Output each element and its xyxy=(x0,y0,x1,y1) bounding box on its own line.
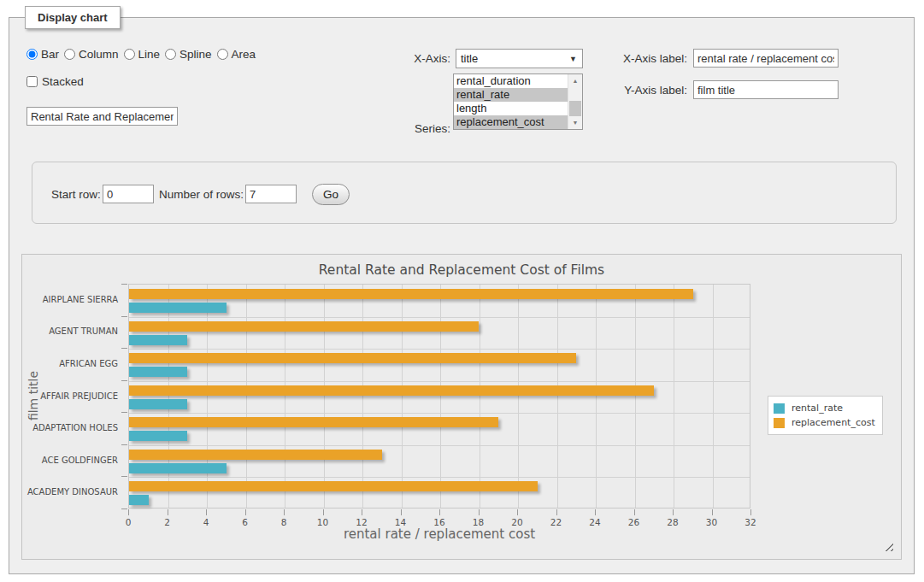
chart-type-area[interactable]: Area xyxy=(217,48,256,61)
gridline xyxy=(246,285,247,508)
y-tick-label: AGENT TRUMAN xyxy=(22,326,118,336)
x-tick-label: 6 xyxy=(232,517,259,527)
series-option-replacement_cost[interactable]: replacement_cost xyxy=(454,115,568,129)
x-tick-label: 24 xyxy=(581,517,609,527)
chart-type-column[interactable]: Column xyxy=(64,48,119,61)
chart-panel: Rental Rate and Replacement Cost of Film… xyxy=(21,254,902,560)
stacked-label: Stacked xyxy=(42,75,84,88)
fieldset-legend: Display chart xyxy=(25,6,121,29)
y-tick-mark xyxy=(121,412,127,413)
chart-type-line[interactable]: Line xyxy=(124,48,161,61)
rental_rate-bar xyxy=(129,463,227,473)
x-tick-label: 14 xyxy=(387,517,415,527)
series-multiselect[interactable]: rental_durationrental_ratelengthreplacem… xyxy=(453,73,583,130)
x-tick-mark xyxy=(673,509,674,515)
select-dropdown-arrow-icon: ▼ xyxy=(569,50,577,68)
replacement_cost-bar xyxy=(129,450,382,460)
x-tick-mark xyxy=(712,509,713,515)
gridline xyxy=(129,381,750,382)
gridline xyxy=(557,285,558,508)
y-tick-mark xyxy=(121,476,127,477)
rental_rate-bar xyxy=(129,495,149,505)
chart-title-input[interactable] xyxy=(26,107,178,126)
x-tick-label: 22 xyxy=(543,517,570,527)
x-tick-label: 26 xyxy=(621,517,648,527)
gridline xyxy=(129,349,750,350)
x-axis-selected-value: title xyxy=(461,52,478,65)
x-tick-label: 10 xyxy=(309,517,337,527)
chart-type-radio-column[interactable] xyxy=(64,49,75,60)
gridline xyxy=(596,285,597,508)
x-tick-mark xyxy=(556,509,557,515)
gridline xyxy=(713,285,714,508)
go-button[interactable]: Go xyxy=(312,184,350,205)
series-option-rental_rate[interactable]: rental_rate xyxy=(454,88,568,102)
x-tick-mark xyxy=(517,509,518,515)
row-controls-panel: Start row: Number of rows: Go xyxy=(32,162,897,224)
gridline xyxy=(129,477,750,478)
rental_rate-bar xyxy=(129,303,227,313)
x-tick-mark xyxy=(323,509,324,515)
scrollbar-down-arrow-icon[interactable]: ▼ xyxy=(568,116,582,129)
x-tick-mark xyxy=(439,509,440,515)
page: Display chart BarColumnLineSplineArea St… xyxy=(0,0,924,582)
x-tick-label: 30 xyxy=(698,517,726,527)
legend-row-replacement_cost: replacement_cost xyxy=(774,415,875,430)
x-tick-mark xyxy=(128,509,129,515)
x-axis-select-label: X-Axis: xyxy=(375,52,450,65)
x-tick-mark xyxy=(168,509,168,515)
chart-type-radio-line[interactable] xyxy=(124,49,135,60)
gridline xyxy=(285,285,285,508)
listbox-scrollbar[interactable]: ▲ ▼ xyxy=(568,74,582,129)
stacked-checkbox-row[interactable]: Stacked xyxy=(26,75,84,88)
x-axis-label-input[interactable] xyxy=(693,49,839,68)
x-tick-label: 2 xyxy=(154,517,181,527)
rental_rate-bar xyxy=(129,335,187,345)
x-tick-label: 4 xyxy=(192,517,220,527)
x-axis-label-label: X-Axis label: xyxy=(606,52,687,65)
chart-type-radio-spline[interactable] xyxy=(165,49,176,60)
rental_rate-bar xyxy=(129,367,187,377)
gridline xyxy=(129,413,750,414)
y-tick-mark xyxy=(121,444,127,445)
plot-area xyxy=(128,284,750,509)
stacked-checkbox[interactable] xyxy=(26,76,38,87)
gridline xyxy=(480,285,480,508)
series-option-rental_duration[interactable]: rental_duration xyxy=(454,74,568,88)
y-tick-mark xyxy=(121,284,127,285)
number-of-rows-input[interactable] xyxy=(245,185,297,203)
display-chart-fieldset: Display chart BarColumnLineSplineArea St… xyxy=(9,17,915,574)
x-tick-label: 0 xyxy=(115,517,142,527)
x-tick-mark xyxy=(634,509,635,515)
series-select-label: Series: xyxy=(375,122,450,135)
legend-swatch-replacement_cost xyxy=(774,418,785,428)
scrollbar-up-arrow-icon[interactable]: ▲ xyxy=(568,74,582,87)
chart-type-radio-area[interactable] xyxy=(217,49,228,60)
x-axis-title: rental rate / replacement cost xyxy=(128,526,750,542)
y-tick-mark xyxy=(121,316,127,317)
chart-type-spline[interactable]: Spline xyxy=(165,48,212,61)
y-tick-label: AFFAIR PREJUDICE xyxy=(22,391,118,401)
x-axis-select[interactable]: title ▼ xyxy=(456,49,583,68)
y-tick-label: ACADEMY DINOSAUR xyxy=(22,487,118,497)
chart-legend: rental_ratereplacement_cost xyxy=(768,396,883,435)
y-axis-label-input[interactable] xyxy=(693,80,839,99)
series-options: rental_durationrental_ratelengthreplacem… xyxy=(454,74,568,129)
replacement_cost-bar xyxy=(129,321,479,332)
series-option-length[interactable]: length xyxy=(454,102,568,115)
resize-handle-icon[interactable] xyxy=(882,540,893,551)
gridline xyxy=(518,285,519,508)
chart-type-radio-label: Line xyxy=(138,48,161,61)
x-tick-label: 20 xyxy=(503,517,531,527)
start-row-input[interactable] xyxy=(103,185,154,203)
chart-type-bar[interactable]: Bar xyxy=(26,48,59,61)
gridline xyxy=(324,285,325,508)
x-tick-mark xyxy=(595,509,596,515)
x-tick-label: 32 xyxy=(737,517,764,527)
x-tick-mark xyxy=(284,509,285,515)
gridline xyxy=(129,445,750,446)
chart-type-radio-bar[interactable] xyxy=(26,49,38,60)
chart-type-radio-label: Area xyxy=(232,48,256,61)
scrollbar-thumb[interactable] xyxy=(569,101,581,116)
chart-type-radio-label: Bar xyxy=(41,48,59,61)
